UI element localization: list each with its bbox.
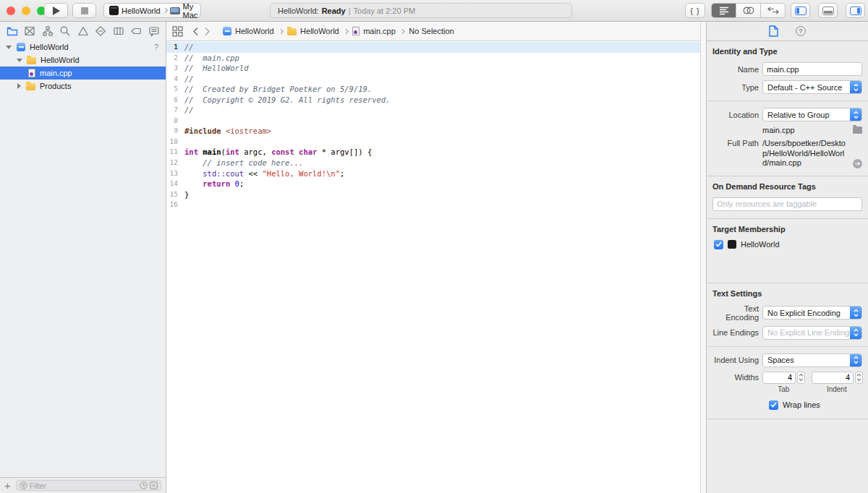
report-navigator-tab[interactable] <box>148 25 160 37</box>
code-line[interactable]: 5// Created by Bridget Poetker on 5/9/19… <box>166 84 700 95</box>
code-line[interactable]: 11int main(int argc, const char * argv[]… <box>166 147 700 158</box>
stop-button[interactable] <box>72 3 96 18</box>
run-button[interactable] <box>44 3 68 18</box>
line-number: 11 <box>166 147 184 158</box>
indent-using-value: Spaces <box>767 356 850 364</box>
disclosure-open-icon[interactable] <box>17 59 22 62</box>
code-line[interactable]: 8 <box>166 116 700 127</box>
full-path-value: /Users/bpoetker/Desktop/HelloWorld/Hello… <box>762 139 850 168</box>
navigator-filter-bar: + <box>0 477 166 493</box>
open-path-arrow-icon[interactable]: ➔ <box>853 159 862 168</box>
location-popup[interactable]: Relative to Group <box>762 108 862 121</box>
line-number: 5 <box>166 84 184 95</box>
cpp-file-icon <box>28 69 35 77</box>
find-navigator-tab[interactable] <box>59 25 72 37</box>
line-number: 3 <box>166 63 184 74</box>
code-line[interactable]: 6// Copyright © 2019 G2. All rights rese… <box>166 95 700 106</box>
breadcrumb-project[interactable]: HelloWorld <box>223 27 274 35</box>
disclosure-open-icon[interactable] <box>6 46 12 49</box>
code-line[interactable]: 13 std::cout << "Hello, World!\n"; <box>166 168 700 179</box>
breadcrumb-group[interactable]: HelloWorld <box>287 27 339 35</box>
indent-caption: Indent <box>812 385 862 393</box>
right-panel-icon <box>850 7 861 15</box>
indent-width-stepper[interactable] <box>855 372 863 384</box>
section-header: Identity and Type <box>712 47 862 56</box>
indent-width-field[interactable] <box>812 372 854 384</box>
stop-icon <box>81 7 88 14</box>
symbol-navigator-tab[interactable] <box>41 25 54 37</box>
line-number: 8 <box>166 116 184 127</box>
add-button[interactable]: + <box>4 482 11 489</box>
back-chevron-icon[interactable] <box>192 27 199 36</box>
inspector-panel-toggle[interactable] <box>846 3 865 18</box>
status-state: Ready <box>322 7 346 15</box>
popup-stepper-icon <box>850 327 861 339</box>
navigator-sidebar: HelloWorld ? HelloWorld main.cpp Product… <box>0 22 166 493</box>
breadcrumb-symbol[interactable]: No Selection <box>409 27 454 35</box>
wrap-lines-checkbox[interactable] <box>769 400 778 410</box>
related-items-icon[interactable] <box>172 26 183 37</box>
tree-row-main-cpp[interactable]: main.cpp <box>0 67 166 80</box>
columns-icon <box>113 25 124 37</box>
line-endings-popup[interactable]: No Explicit Line Endings <box>762 326 862 340</box>
clock-icon[interactable] <box>140 481 148 489</box>
tree-row-group[interactable]: HelloWorld <box>0 53 166 67</box>
scheme-selector[interactable]: HelloWorld My Mac <box>103 3 201 18</box>
code-line[interactable]: 10 <box>166 137 700 147</box>
line-number: 1 <box>166 42 184 53</box>
debug-navigator-tab[interactable] <box>112 25 124 37</box>
project-navigator-tab[interactable] <box>6 25 18 37</box>
location-label: Location <box>712 111 762 119</box>
tab-width-field[interactable] <box>762 372 796 384</box>
code-line[interactable]: 12 // insert code here... <box>166 158 700 168</box>
filter-field[interactable] <box>16 480 161 491</box>
reveal-folder-icon <box>853 127 862 134</box>
library-button[interactable]: { } <box>685 3 705 18</box>
code-line[interactable]: 3// HelloWorld <box>166 63 700 74</box>
type-value: Default - C++ Source <box>767 83 850 92</box>
diamond-icon <box>95 25 106 37</box>
type-popup[interactable]: Default - C++ Source <box>762 80 862 94</box>
code-line[interactable]: 1// <box>166 42 700 53</box>
minimize-window-button[interactable] <box>22 7 30 15</box>
indent-using-popup[interactable]: Spaces <box>762 353 862 367</box>
code-line[interactable]: 4// <box>166 74 700 85</box>
line-number: 10 <box>166 137 184 147</box>
code-line[interactable]: 15} <box>166 189 700 200</box>
name-field[interactable] <box>762 62 862 76</box>
version-editor-button[interactable] <box>761 4 785 17</box>
encoding-popup[interactable]: No Explicit Encoding <box>762 306 862 320</box>
boxed-x-filter-icon[interactable] <box>150 481 158 489</box>
assistant-editor-button[interactable] <box>736 4 761 17</box>
breadcrumb-file[interactable]: main.cpp <box>352 27 396 35</box>
close-window-button[interactable] <box>7 7 15 15</box>
disclosure-closed-icon[interactable] <box>17 83 21 89</box>
standard-editor-button[interactable] <box>712 4 736 17</box>
navigator-panel-toggle[interactable] <box>791 3 810 18</box>
code-line[interactable]: 9#include <iostream> <box>166 126 700 137</box>
issue-navigator-tab[interactable] <box>77 25 89 37</box>
chevron-right-icon <box>163 8 168 13</box>
file-inspector-tab-icon[interactable] <box>769 25 778 37</box>
breakpoint-navigator-tab[interactable] <box>130 25 142 37</box>
target-checkbox[interactable] <box>714 240 723 249</box>
code-line[interactable]: 7// <box>166 105 700 116</box>
forward-chevron-icon[interactable] <box>204 27 210 36</box>
quick-help-tab-icon[interactable]: ? <box>796 26 806 36</box>
project-file-icon <box>17 43 25 51</box>
tree-row-products[interactable]: Products <box>0 80 166 93</box>
tab-width-stepper[interactable] <box>797 372 805 384</box>
breadcrumb-separator-icon <box>400 29 404 33</box>
test-navigator-tab[interactable] <box>95 25 107 37</box>
code-lines[interactable]: 1//2// main.cpp3// HelloWorld4//5// Crea… <box>166 41 700 210</box>
filter-input[interactable] <box>30 481 137 490</box>
tree-row-project[interactable]: HelloWorld ? <box>0 40 166 53</box>
debug-area-toggle[interactable] <box>818 3 838 18</box>
code-line[interactable]: 2// main.cpp <box>166 53 700 64</box>
code-line[interactable]: 16 <box>166 200 700 210</box>
popup-stepper-icon <box>850 306 861 319</box>
code-line[interactable]: 14 return 0; <box>166 179 700 189</box>
source-control-tab[interactable] <box>24 25 36 37</box>
editor-scrollbar-track[interactable] <box>700 22 707 493</box>
resource-tags-field[interactable] <box>712 197 862 211</box>
